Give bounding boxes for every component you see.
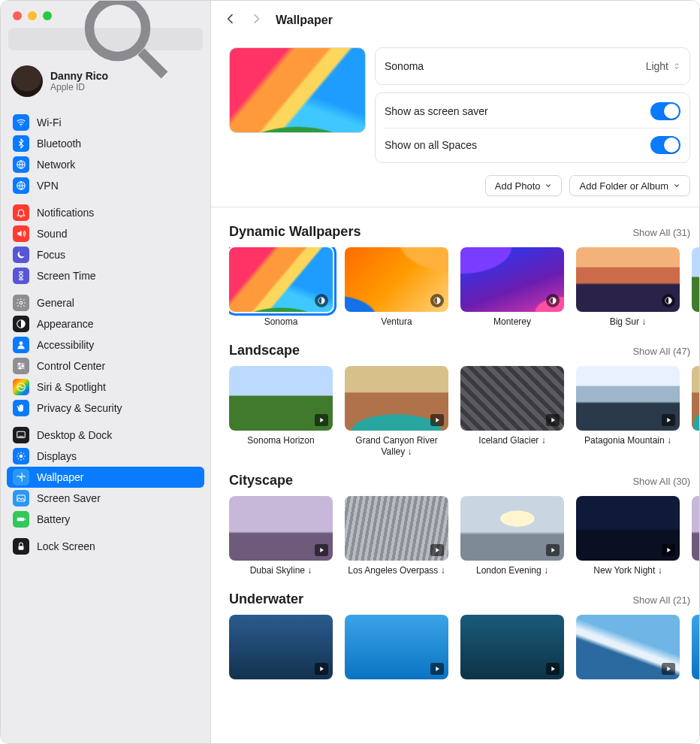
section-title: Dynamic Wallpapers <box>229 224 632 240</box>
sidebar-item-label: Appearance <box>37 318 94 330</box>
wallpaper-tile <box>460 615 564 679</box>
wallpaper-thumb[interactable] <box>345 615 448 684</box>
sidebar-search[interactable] <box>8 28 203 50</box>
section-underwater: UnderwaterShow All (21) <box>211 581 700 688</box>
wallpaper-thumb[interactable]: Los Angeles Overpass ↓ <box>345 496 448 576</box>
show-all-link[interactable]: Show All (31) <box>632 227 690 238</box>
wallpaper-caption: New York Night ↓ <box>576 565 680 576</box>
speaker-icon <box>13 225 29 242</box>
sidebar-item-appearance[interactable]: Appearance <box>7 313 204 334</box>
hand-icon <box>13 400 29 416</box>
account-name: Danny Rico <box>50 70 108 82</box>
wallpaper-thumb[interactable]: London Evening ↓ <box>460 496 564 576</box>
show-all-link[interactable]: Show All (47) <box>632 346 690 357</box>
sidebar-item-label: Desktop & Dock <box>37 429 112 441</box>
nav-back-button[interactable] <box>225 11 237 29</box>
sidebar-item-label: Wi-Fi <box>37 116 62 129</box>
section-landscape: LandscapeShow All (47)Sonoma HorizonGran… <box>211 332 700 462</box>
current-wallpaper-preview[interactable] <box>229 47 366 133</box>
add-photo-button[interactable]: Add Photo <box>485 175 563 196</box>
sidebar-item-label: Notifications <box>37 207 94 219</box>
wallpaper-thumb[interactable]: Dubai Skyline ↓ <box>229 496 333 576</box>
sidebar-item-general[interactable]: General <box>7 292 204 313</box>
section-title: Cityscape <box>229 473 632 488</box>
wallpaper-thumb[interactable] <box>460 615 564 684</box>
sidebar-item-wallpaper[interactable]: Wallpaper <box>7 467 204 488</box>
wallpaper-caption: Iceland Glacier ↓ <box>460 435 564 446</box>
sidebar-item-network[interactable]: Network <box>7 154 204 175</box>
add-photo-label: Add Photo <box>495 180 541 192</box>
sidebar-item-label: Network <box>37 159 75 171</box>
sidebar-item-screensaver[interactable]: Screen Saver <box>7 488 204 509</box>
sidebar: Danny Rico Apple ID Wi-FiBluetoothNetwor… <box>1 1 211 743</box>
sidebar-item-screentime[interactable]: Screen Time <box>7 265 204 286</box>
sidebar-item-battery[interactable]: Battery <box>7 509 204 530</box>
sidebar-item-sound[interactable]: Sound <box>7 223 204 244</box>
wallpaper-thumb[interactable]: Ventura <box>345 247 448 328</box>
wallpaper-thumb[interactable]: Big Sur ↓ <box>576 247 680 328</box>
sidebar-item-label: Screen Time <box>37 270 96 282</box>
dynamic-icon <box>662 294 675 307</box>
sidebar-item-lockscreen[interactable]: Lock Screen <box>7 536 204 557</box>
play-icon <box>430 414 444 426</box>
play-icon <box>546 544 560 556</box>
sidebar-item-label: Siri & Spotlight <box>37 381 106 393</box>
thumbnail-row: Sonoma HorizonGrand Canyon River Valley … <box>229 366 700 458</box>
dynamic-icon <box>315 294 328 307</box>
sidebar-item-label: General <box>37 297 74 309</box>
wallpaper-thumb[interactable]: Patagonia Mountain ↓ <box>576 366 680 458</box>
system-settings-window: Danny Rico Apple ID Wi-FiBluetoothNetwor… <box>0 0 700 744</box>
wallpaper-thumb[interactable]: New York Night ↓ <box>576 496 680 576</box>
divider <box>211 207 700 207</box>
sidebar-item-label: Control Center <box>37 360 105 372</box>
opt-allspaces-toggle[interactable] <box>650 136 680 154</box>
wallpaper-options-card: Show as screen saver Show on all Spaces <box>375 92 690 163</box>
show-all-link[interactable]: Show All (30) <box>632 476 690 487</box>
apple-id-account[interactable]: Danny Rico Apple ID <box>1 58 210 106</box>
photo-icon <box>13 490 29 507</box>
overflow-peek <box>692 366 700 431</box>
sidebar-item-accessibility[interactable]: Accessibility <box>7 334 204 355</box>
dynamic-icon <box>546 294 560 307</box>
sidebar-item-label: Sound <box>37 228 67 240</box>
sliders-icon <box>13 358 29 374</box>
wallpaper-tile <box>460 496 564 561</box>
show-all-link[interactable]: Show All (21) <box>632 594 690 606</box>
play-icon <box>662 414 675 426</box>
sidebar-item-desktopdock[interactable]: Desktop & Dock <box>7 425 204 446</box>
wallpaper-tile <box>345 615 448 679</box>
wallpaper-thumb[interactable]: Grand Canyon River Valley ↓ <box>345 366 448 458</box>
globe-icon <box>13 156 29 173</box>
sidebar-item-wifi[interactable]: Wi-Fi <box>7 112 204 133</box>
wallpaper-thumb[interactable]: Sonoma <box>229 247 333 328</box>
play-icon <box>315 544 328 556</box>
wallpaper-caption: Dubai Skyline ↓ <box>229 565 333 576</box>
sidebar-item-privacy[interactable]: Privacy & Security <box>7 398 204 419</box>
wallpaper-thumb[interactable]: Iceland Glacier ↓ <box>460 366 564 458</box>
sidebar-item-bluetooth[interactable]: Bluetooth <box>7 133 204 154</box>
sidebar-item-focus[interactable]: Focus <box>7 244 204 265</box>
add-folder-button[interactable]: Add Folder or Album <box>569 175 690 196</box>
sidebar-item-label: Privacy & Security <box>37 402 122 414</box>
wallpaper-thumb[interactable]: Monterey <box>460 247 564 328</box>
wallpaper-thumb[interactable] <box>576 615 680 684</box>
sidebar-item-controlcenter[interactable]: Control Center <box>7 355 204 377</box>
sidebar-item-vpn[interactable]: VPN <box>7 175 204 196</box>
wallpaper-thumb[interactable]: Sonoma Horizon <box>229 366 333 458</box>
opt-screensaver-toggle[interactable] <box>650 102 680 120</box>
overflow-peek <box>692 615 700 679</box>
play-icon <box>662 663 675 675</box>
sidebar-item-label: VPN <box>37 180 59 192</box>
wallpaper-thumb[interactable] <box>229 615 333 684</box>
sidebar-item-label: Lock Screen <box>37 540 95 552</box>
sidebar-item-displays[interactable]: Displays <box>7 446 204 467</box>
content-scroll[interactable]: Sonoma Light Show as screen saver <box>211 40 700 743</box>
appearance-select[interactable]: Light <box>646 60 680 72</box>
section-title: Landscape <box>229 343 632 358</box>
sidebar-item-label: Wallpaper <box>37 471 84 483</box>
sidebar-item-siri[interactable]: Siri & Spotlight <box>7 377 204 398</box>
sidebar-item-label: Accessibility <box>37 339 94 351</box>
page-title: Wallpaper <box>276 14 333 27</box>
sidebar-item-notifications[interactable]: Notifications <box>7 202 204 223</box>
person-icon <box>13 337 29 353</box>
